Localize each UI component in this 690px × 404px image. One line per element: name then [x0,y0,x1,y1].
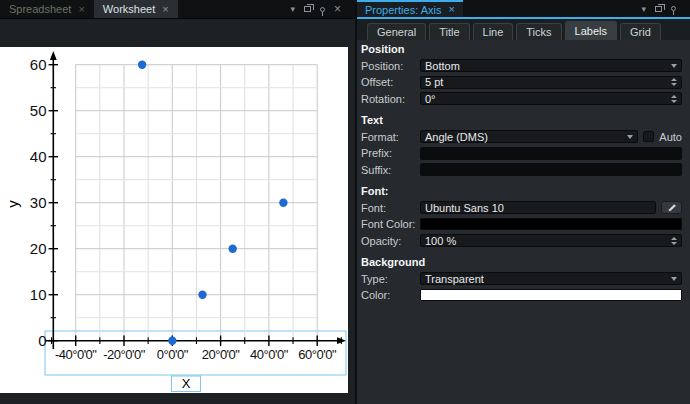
x-tick-label: 60°0'0" [298,347,337,362]
tab-line[interactable]: Line [473,23,514,40]
properties-tab-row: General Title Line Ticks Labels Grid [357,19,690,40]
data-point[interactable] [168,337,176,345]
x-axis-title[interactable]: X [182,376,191,391]
font-label: Font: [361,202,418,214]
close-icon[interactable]: × [334,3,341,15]
spinner-arrows-icon[interactable] [671,95,677,103]
rotation-value: 0° [425,93,436,105]
tab-spreadsheet-label: Spreadsheet [9,3,71,15]
menu-arrow-icon[interactable]: ▾ [290,4,295,14]
background-color-label: Color: [361,289,418,301]
x-tick-label: 0°0'0" [157,347,189,362]
tab-worksheet[interactable]: Worksheet × [94,0,178,18]
chevron-down-icon [627,135,633,139]
offset-value: 5 pt [425,76,443,88]
pin-icon[interactable] [320,7,325,12]
labels-tab-content: Position Position: Bottom Offset: 5 pt R… [357,40,690,302]
rotation-spinbox[interactable]: 0° [420,92,682,105]
y-axis-title[interactable]: y [4,200,21,208]
position-value: Bottom [425,60,460,72]
chevron-down-icon [671,64,677,68]
auto-checkbox-label: Auto [659,131,682,143]
restore-icon[interactable] [304,6,311,12]
pin-icon[interactable] [671,6,676,11]
auto-checkbox[interactable] [643,131,654,142]
prefix-label: Prefix: [361,147,418,159]
tab-grid[interactable]: Grid [620,23,661,40]
y-axis[interactable]: 0102030405060 [30,51,58,349]
font-value: Ubuntu Sans 10 [425,202,504,214]
opacity-spinbox[interactable]: 100 % [420,234,682,247]
format-label: Format: [361,131,418,143]
document-tabbar: Spreadsheet × Worksheet × ▾ × [0,0,355,19]
data-point[interactable] [228,245,236,253]
menu-arrow-icon[interactable]: ▾ [641,4,646,14]
section-header-background: Background [361,257,682,268]
format-select[interactable]: Angle (DMS) [420,130,638,143]
background-type-label: Type: [361,273,418,285]
x-tick-label: 40°0'0" [250,347,289,362]
tab-title[interactable]: Title [429,23,469,40]
workspace-background: -40°0'0"-20°0'0"0°0'0"20°0'0"40°0'0"60°0… [0,19,355,404]
font-edit-button[interactable] [661,201,682,214]
tab-ticks[interactable]: Ticks [516,23,561,40]
spinner-arrows-icon[interactable] [671,78,677,86]
background-type-select[interactable]: Transparent [420,272,682,285]
data-point[interactable] [198,291,206,299]
y-tick-label: 30 [30,194,47,211]
data-point[interactable] [279,199,287,207]
data-point[interactable] [138,61,146,69]
properties-pane: Properties: Axis × ▾ General Title Line … [357,0,690,404]
close-icon[interactable]: × [448,4,454,15]
y-tick-label: 10 [30,286,47,303]
tab-general[interactable]: General [367,23,426,40]
position-label: Position: [361,60,418,72]
y-tick-label: 50 [30,102,47,119]
chevron-down-icon [671,277,677,281]
restore-icon[interactable] [655,6,662,12]
pencil-icon [667,203,677,213]
position-select[interactable]: Bottom [420,59,682,72]
tab-labels[interactable]: Labels [565,21,617,40]
format-value: Angle (DMS) [425,131,488,143]
window-controls: ▾ [641,0,690,17]
y-tick-label: 60 [30,56,47,73]
tab-spreadsheet[interactable]: Spreadsheet × [0,0,94,18]
spinner-arrows-icon[interactable] [671,237,677,245]
font-color-swatch[interactable] [420,218,682,230]
font-color-label: Font Color: [361,218,418,230]
background-color-swatch[interactable] [420,289,682,301]
x-tick-label: -40°0'0" [55,347,97,362]
worksheet-pane: Spreadsheet × Worksheet × ▾ × -40°0'0"-2… [0,0,355,404]
offset-spinbox[interactable]: 5 pt [420,76,682,89]
suffix-label: Suffix: [361,164,418,176]
background-type-value: Transparent [425,273,484,285]
close-icon[interactable]: × [78,4,84,15]
section-header-position: Position [361,44,682,55]
prefix-input[interactable] [420,147,682,160]
window-controls: ▾ × [290,0,355,18]
font-field[interactable]: Ubuntu Sans 10 [420,201,656,214]
y-tick-label: 20 [30,240,47,257]
dock-title: Properties: Axis [365,4,441,16]
close-icon[interactable]: × [162,4,168,15]
rotation-label: Rotation: [361,93,418,105]
dock-tab-properties-axis[interactable]: Properties: Axis × [357,0,463,17]
y-axis-arrow-icon [50,51,57,60]
offset-label: Offset: [361,76,418,88]
application-window: Spreadsheet × Worksheet × ▾ × -40°0'0"-2… [0,0,690,404]
x-axis[interactable]: -40°0'0"-20°0'0"0°0'0"20°0'0"40°0'0"60°0… [45,336,346,363]
opacity-value: 100 % [425,235,456,247]
x-tick-label: 20°0'0" [202,347,241,362]
x-tick-label: -20°0'0" [103,347,145,362]
scatter-plot[interactable]: -40°0'0"-20°0'0"0°0'0"20°0'0"40°0'0"60°0… [0,47,348,393]
dock-tabbar: Properties: Axis × ▾ [357,0,690,19]
suffix-input[interactable] [420,163,682,176]
section-header-font: Font: [361,186,682,197]
y-tick-label: 40 [30,148,47,165]
opacity-label: Opacity: [361,235,418,247]
y-tick-label: 0 [38,332,46,349]
section-header-text: Text [361,115,682,126]
tab-worksheet-label: Worksheet [103,3,155,15]
worksheet-canvas[interactable]: -40°0'0"-20°0'0"0°0'0"20°0'0"40°0'0"60°0… [0,47,348,393]
